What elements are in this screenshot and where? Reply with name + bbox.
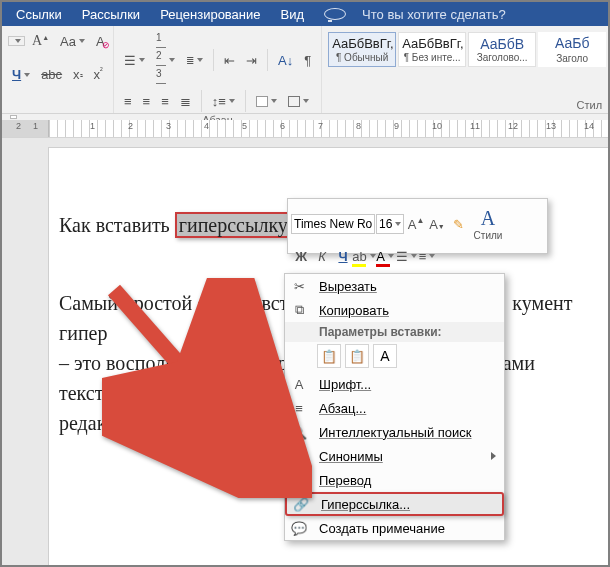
ctx-hyperlink[interactable]: 🔗Гиперссылка... xyxy=(285,492,504,516)
ribbon: A▲ Aa A⊘ Ч abc x₂ x² ☰ 1—2—3— ≣ ⇤ ⇥ A↓ ¶… xyxy=(2,26,608,114)
font-size-split-button[interactable] xyxy=(8,36,25,46)
horizontal-ruler[interactable]: 2 1 1 2 3 4 5 6 7 8 9 10 11 12 13 14 xyxy=(2,120,608,138)
mini-font-combo[interactable] xyxy=(291,214,375,234)
change-case-button[interactable]: Aa xyxy=(56,31,89,52)
style-heading2[interactable]: АаБбЗаголо xyxy=(538,32,606,67)
justify-button[interactable]: ≣ xyxy=(176,91,195,112)
ctx-synonyms[interactable]: Синонимы xyxy=(285,444,504,468)
strike-button[interactable]: abc xyxy=(37,64,66,85)
ctx-paste-options-header: Параметры вставки: xyxy=(285,322,504,342)
grow-font-button[interactable]: A▲ xyxy=(28,30,53,52)
ctx-paste-options-row: 📋 📋 A xyxy=(285,342,504,372)
clear-format-button[interactable]: A⊘ xyxy=(92,31,109,52)
paste-keep-source-icon[interactable]: 📋 xyxy=(317,344,341,368)
superscript-button[interactable]: x² xyxy=(90,64,107,85)
numbering-button[interactable]: 1—2—3— xyxy=(152,30,179,90)
mini-underline-button[interactable]: Ч xyxy=(333,246,353,266)
tab-references[interactable]: Ссылки xyxy=(6,7,72,22)
line-spacing-button[interactable]: ↕≡ xyxy=(208,91,239,112)
selected-text[interactable]: гиперссылку xyxy=(175,212,292,238)
multilevel-button[interactable]: ≣ xyxy=(182,52,207,69)
cut-icon: ✂ xyxy=(285,279,313,294)
decrease-indent-button[interactable]: ⇤ xyxy=(220,50,239,71)
styles-group-label: Стил xyxy=(328,97,608,111)
ctx-copy[interactable]: ⧉Копировать xyxy=(285,298,504,322)
tab-view[interactable]: Вид xyxy=(271,7,315,22)
ctx-paragraph[interactable]: ≡Абзац... xyxy=(285,396,504,420)
mini-bullets-button[interactable]: ☰ xyxy=(396,246,416,266)
ctx-font[interactable]: AШрифт... xyxy=(285,372,504,396)
mini-shrink-font-button[interactable]: A▼ xyxy=(427,214,447,234)
style-normal[interactable]: АаБбВвГг,¶ Обычный xyxy=(328,32,396,67)
shading-button[interactable] xyxy=(252,93,281,110)
ribbon-group-font: A▲ Aa A⊘ Ч abc x₂ x² xyxy=(2,26,114,113)
comment-icon: 💬 xyxy=(285,521,313,536)
smart-lookup-icon: 🔍 xyxy=(285,425,313,440)
translate-icon: ⇄ xyxy=(285,473,313,488)
mini-grow-font-button[interactable]: A▲ xyxy=(406,214,426,234)
borders-button[interactable] xyxy=(284,93,313,110)
ribbon-group-paragraph: ☰ 1—2—3— ≣ ⇤ ⇥ A↓ ¶ ≡ ≡ ≡ ≣ ↕≡ Абзац xyxy=(114,26,322,113)
mini-styles-button[interactable]: AСтили xyxy=(469,202,507,246)
mini-numbering-button[interactable]: ≡ xyxy=(417,246,437,266)
align-right-button[interactable]: ≡ xyxy=(157,91,173,112)
tab-review[interactable]: Рецензирование xyxy=(150,7,270,22)
mini-format-painter-button[interactable]: ✎ xyxy=(448,214,468,234)
context-menu: ✂Вырезать ⧉Копировать Параметры вставки:… xyxy=(284,273,505,541)
text-before-selection: Как вставить xyxy=(59,214,175,236)
align-center-button[interactable]: ≡ xyxy=(139,91,155,112)
sub-super-button[interactable]: x₂ xyxy=(69,64,87,85)
pilcrow-button[interactable]: ¶ xyxy=(300,50,315,71)
tab-mailings[interactable]: Рассылки xyxy=(72,7,150,22)
paste-merge-icon[interactable]: 📋 xyxy=(345,344,369,368)
font-group-label xyxy=(8,97,107,111)
paste-text-only-icon[interactable]: A xyxy=(373,344,397,368)
mini-highlight-button[interactable]: ab xyxy=(354,246,374,266)
hyperlink-icon: 🔗 xyxy=(287,497,315,512)
bullets-button[interactable]: ☰ xyxy=(120,50,149,71)
ctx-translate[interactable]: ⇄Перевод xyxy=(285,468,504,492)
tab-selector[interactable] xyxy=(10,115,17,119)
copy-icon: ⧉ xyxy=(285,302,313,318)
mini-italic-button[interactable]: К xyxy=(312,246,332,266)
paragraph-icon: ≡ xyxy=(285,401,313,416)
style-nospacing[interactable]: АаБбВвГг,¶ Без инте... xyxy=(398,32,466,67)
ctx-smart-lookup[interactable]: 🔍Интеллектуальный поиск xyxy=(285,420,504,444)
sort-button[interactable]: A↓ xyxy=(274,50,297,71)
font-icon: A xyxy=(285,377,313,392)
mini-font-color-button[interactable]: A xyxy=(375,246,395,266)
ribbon-group-styles: АаБбВвГг,¶ Обычный АаБбВвГг,¶ Без инте..… xyxy=(322,26,610,113)
mini-toolbar: A▲ A▼ ✎ AСтили Ж К Ч ab A ☰ ≡ xyxy=(287,198,548,254)
mini-bold-button[interactable]: Ж xyxy=(291,246,311,266)
underline-button[interactable]: Ч xyxy=(8,64,34,85)
style-heading1[interactable]: АаБбВЗаголово... xyxy=(468,32,536,67)
align-left-button[interactable]: ≡ xyxy=(120,91,136,112)
lightbulb-icon xyxy=(324,8,346,20)
ctx-new-comment[interactable]: 💬Создать примечание xyxy=(285,516,504,540)
increase-indent-button[interactable]: ⇥ xyxy=(242,50,261,71)
tell-me[interactable]: Что вы хотите сделать? xyxy=(314,7,526,22)
menubar: Ссылки Рассылки Рецензирование Вид Что в… xyxy=(2,2,608,26)
ctx-cut[interactable]: ✂Вырезать xyxy=(285,274,504,298)
